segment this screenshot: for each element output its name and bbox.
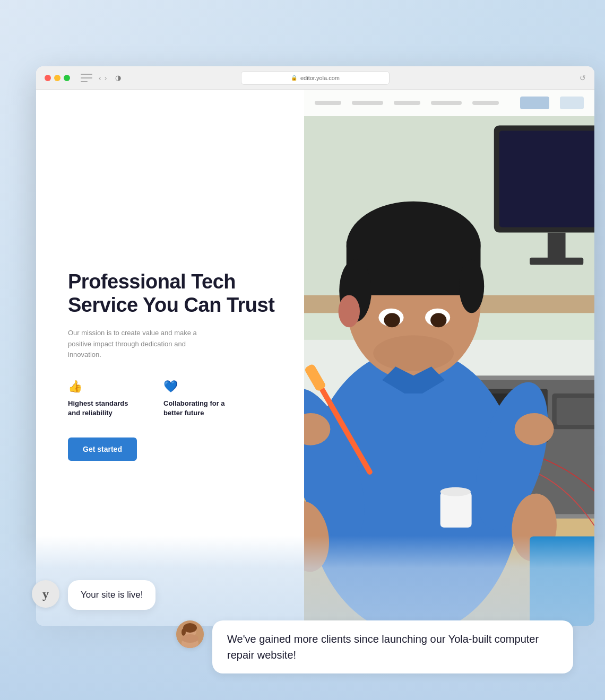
nav-item-2 — [352, 101, 383, 105]
nav-arrows: ‹ › — [99, 74, 107, 82]
svg-point-30 — [384, 313, 400, 327]
hero-subtitle: Our mission is to create value and make … — [68, 328, 217, 361]
close-button[interactable] — [45, 75, 51, 81]
back-arrow-icon[interactable]: ‹ — [99, 74, 101, 82]
user-avatar — [176, 620, 204, 648]
svg-point-47 — [182, 628, 186, 636]
nav-cta-button[interactable] — [520, 97, 549, 109]
get-started-button[interactable]: Get started — [68, 438, 137, 461]
svg-point-43 — [440, 487, 471, 496]
maximize-button[interactable] — [64, 75, 70, 81]
svg-rect-4 — [499, 131, 594, 228]
site-nav-overlay — [304, 90, 594, 116]
feature-2: 💙 Collaborating for a better future — [163, 380, 238, 418]
browser-chrome: ‹ › ◑ 🔒 editor.yola.com ↺ — [36, 66, 594, 90]
svg-rect-19 — [557, 398, 594, 425]
nav-item-4 — [431, 101, 462, 105]
nav-item-1 — [315, 101, 341, 105]
nav-item-3 — [394, 101, 420, 105]
features-row: 👍 Highest standards and reliability 💙 Co… — [68, 380, 278, 418]
heart-icon: 💙 — [163, 380, 238, 393]
chat-message-2-row: We've gained more clients since launchin… — [32, 620, 573, 673]
traffic-lights — [45, 75, 70, 81]
forward-arrow-icon[interactable]: › — [105, 74, 107, 82]
lock-icon: 🔒 — [291, 75, 297, 81]
feature-1: 👍 Highest standards and reliability — [68, 380, 142, 418]
svg-point-27 — [339, 295, 360, 328]
user-avatar-image — [176, 620, 204, 648]
chat-message-1-row: y Your site is live! — [32, 580, 573, 610]
svg-point-26 — [459, 259, 484, 313]
url-text: editor.yola.com — [300, 75, 340, 81]
svg-rect-6 — [530, 258, 583, 265]
chat-overlay: y Your site is live! We've gained more c… — [0, 536, 605, 700]
svg-point-37 — [514, 413, 554, 445]
hero-title: Professional Tech Service You Can Trust — [68, 270, 278, 317]
chat-message-1-text: Your site is live! — [81, 590, 143, 600]
minimize-button[interactable] — [54, 75, 60, 81]
thumbs-up-icon: 👍 — [68, 380, 142, 393]
feature-2-text: Collaborating for a better future — [163, 399, 238, 418]
svg-point-31 — [430, 313, 446, 327]
reload-button[interactable]: ↺ — [580, 74, 586, 82]
user-message-text: We've gained more clients since launchin… — [227, 633, 539, 661]
svg-rect-42 — [440, 492, 472, 527]
nav-item-5 — [472, 101, 499, 105]
user-chat-bubble: We've gained more clients since launchin… — [212, 620, 573, 673]
nav-secondary-button[interactable] — [560, 97, 584, 109]
sidebar-toggle-button[interactable] — [81, 74, 92, 82]
svg-rect-5 — [548, 233, 566, 260]
chat-bubble-1: Your site is live! — [68, 580, 155, 610]
svg-point-32 — [373, 335, 454, 371]
display-icon[interactable]: ◑ — [115, 74, 121, 82]
address-bar[interactable]: 🔒 editor.yola.com — [241, 71, 390, 85]
feature-1-text: Highest standards and reliability — [68, 399, 142, 418]
svg-point-49 — [182, 634, 198, 643]
yola-avatar: y — [32, 580, 59, 608]
